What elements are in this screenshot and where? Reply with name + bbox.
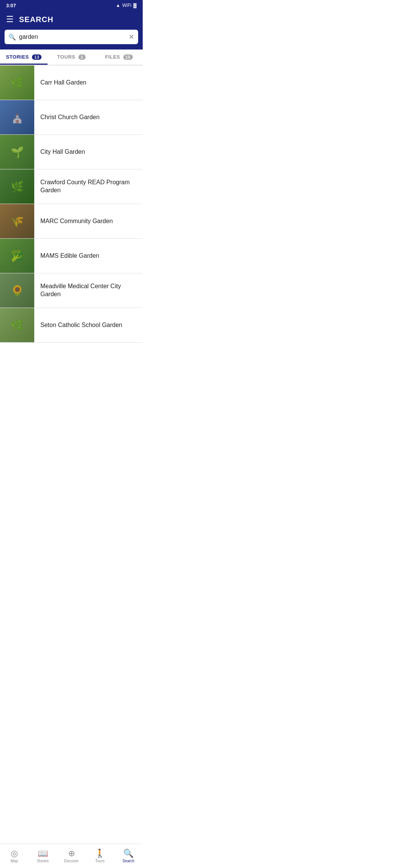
item-thumbnail: ⛪ (0, 100, 34, 134)
discover-icon: ⊕ (68, 849, 75, 858)
item-thumbnail: 🌻 (0, 273, 34, 308)
nav-search[interactable]: 🔍 Search (114, 844, 143, 868)
item-title: MAMS Edible Garden (34, 252, 143, 260)
wifi-icon: WiFi (122, 3, 131, 8)
clear-icon[interactable]: ✕ (129, 33, 134, 41)
list-item[interactable]: 🌻 Meadville Medical Center City Garden (0, 273, 143, 308)
tab-tours-badge: 1 (78, 54, 86, 60)
tab-stories-label: STORIES (6, 54, 29, 60)
tab-stories[interactable]: STORIES 13 (0, 49, 48, 65)
status-bar: 3:07 ▲ WiFi ▓ (0, 0, 143, 11)
tab-tours[interactable]: TOURS 1 (48, 49, 95, 65)
nav-map[interactable]: ◎ Map (0, 844, 29, 868)
nav-tours[interactable]: 🚶 Tours (86, 844, 114, 868)
item-thumbnail: 🌿 (0, 65, 34, 100)
page-title: SEARCH (19, 15, 53, 24)
item-thumbnail: 🌿 (0, 169, 34, 204)
search-icon: 🔍 (8, 34, 16, 41)
nav-stories[interactable]: 📖 Stories (29, 844, 57, 868)
status-time: 3:07 (6, 3, 16, 8)
search-bar: 🔍 ✕ (5, 30, 138, 44)
item-title: MARC Community Garden (34, 217, 143, 225)
list-item[interactable]: 🌾 MARC Community Garden (0, 204, 143, 239)
tours-icon: 🚶 (95, 849, 105, 858)
nav-search-label: Search (123, 859, 135, 863)
stories-icon: 📖 (38, 849, 48, 858)
results-list: 🌿 Carr Hall Garden ⛪ Christ Church Garde… (0, 65, 143, 343)
item-thumbnail: 🥦 (0, 239, 34, 273)
search-input[interactable] (19, 34, 126, 40)
item-title: Carr Hall Garden (34, 79, 143, 87)
list-item[interactable]: 🌿 Crawford County READ Program Garden (0, 169, 143, 204)
item-title: Crawford County READ Program Garden (34, 179, 143, 195)
tab-files-badge: 15 (123, 54, 133, 60)
bottom-nav: ◎ Map 📖 Stories ⊕ Discover 🚶 Tours 🔍 Sea… (0, 844, 143, 868)
search-bar-container: 🔍 ✕ (0, 30, 143, 49)
list-item[interactable]: 🥦 MAMS Edible Garden (0, 239, 143, 273)
item-thumbnail: 🌿 (0, 308, 34, 342)
list-item[interactable]: 🌿 Seton Catholic School Garden (0, 308, 143, 343)
tab-files[interactable]: FILES 15 (95, 49, 143, 65)
list-item[interactable]: 🌱 City Hall Garden (0, 135, 143, 169)
tab-tours-label: TOURS (57, 54, 75, 60)
nav-tours-label: Tours (95, 859, 104, 863)
tab-stories-badge: 13 (32, 54, 41, 60)
item-thumbnail: 🌾 (0, 204, 34, 238)
map-icon: ◎ (11, 849, 18, 858)
nav-discover-label: Discover (64, 859, 79, 863)
search-nav-icon: 🔍 (123, 849, 134, 858)
status-icons: ▲ WiFi ▓ (116, 3, 137, 8)
nav-stories-label: Stories (37, 859, 49, 863)
nav-map-label: Map (11, 859, 18, 863)
battery-icon: ▓ (133, 3, 137, 8)
header: ☰ SEARCH (0, 11, 143, 30)
item-thumbnail: 🌱 (0, 135, 34, 169)
signal-icon: ▲ (116, 3, 120, 8)
tabs: STORIES 13 TOURS 1 FILES 15 (0, 49, 143, 65)
item-title: City Hall Garden (34, 148, 143, 156)
menu-icon[interactable]: ☰ (6, 14, 14, 24)
content-area: 🌿 Carr Hall Garden ⛪ Christ Church Garde… (0, 65, 143, 369)
item-title: Seton Catholic School Garden (34, 321, 143, 329)
item-title: Christ Church Garden (34, 113, 143, 121)
nav-discover[interactable]: ⊕ Discover (57, 844, 86, 868)
list-item[interactable]: ⛪ Christ Church Garden (0, 100, 143, 135)
list-item[interactable]: 🌿 Carr Hall Garden (0, 65, 143, 100)
tab-files-label: FILES (105, 54, 120, 60)
item-title: Meadville Medical Center City Garden (34, 282, 143, 298)
